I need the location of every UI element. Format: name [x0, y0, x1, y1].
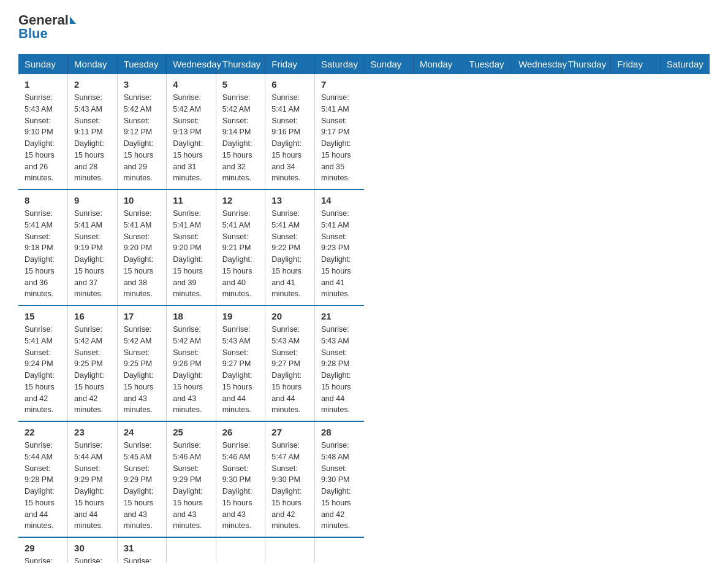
day-info: Sunrise: 5:43 AMSunset: 9:27 PMDaylight:… [222, 324, 259, 416]
calendar-day-cell: 6Sunrise: 5:41 AMSunset: 9:16 PMDaylight… [265, 74, 315, 190]
day-info: Sunrise: 5:49 AMSunset: 9:30 PMDaylight:… [25, 556, 61, 563]
day-info: Sunrise: 5:41 AMSunset: 9:21 PMDaylight:… [222, 208, 259, 300]
calendar-day-cell: 10Sunrise: 5:41 AMSunset: 9:20 PMDayligh… [117, 190, 167, 305]
day-info: Sunrise: 5:44 AMSunset: 9:28 PMDaylight:… [25, 440, 61, 532]
calendar-table: SundayMondayTuesdayWednesdayThursdayFrid… [18, 54, 710, 563]
calendar-day-cell: 31Sunrise: 5:50 AMSunset: 9:31 PMDayligh… [117, 537, 167, 563]
calendar-day-cell: 23Sunrise: 5:44 AMSunset: 9:29 PMDayligh… [68, 421, 118, 537]
day-number: 9 [74, 195, 111, 205]
day-info: Sunrise: 5:46 AMSunset: 9:30 PMDaylight:… [222, 440, 259, 532]
calendar-day-cell: 1Sunrise: 5:43 AMSunset: 9:10 PMDaylight… [18, 74, 68, 190]
calendar-day-header: Thursday [561, 54, 611, 74]
calendar-day-header: Sunday [364, 54, 414, 74]
day-info: Sunrise: 5:47 AMSunset: 9:30 PMDaylight:… [271, 440, 308, 532]
calendar-day-cell: 3Sunrise: 5:42 AMSunset: 9:12 PMDaylight… [117, 74, 167, 190]
calendar-week-row: 15Sunrise: 5:41 AMSunset: 9:24 PMDayligh… [18, 305, 710, 421]
calendar-day-header: Sunday [18, 54, 68, 74]
calendar-day-cell: 17Sunrise: 5:42 AMSunset: 9:25 PMDayligh… [117, 305, 167, 421]
calendar-week-row: 22Sunrise: 5:44 AMSunset: 9:28 PMDayligh… [18, 421, 710, 537]
day-number: 5 [222, 79, 259, 90]
calendar-day-cell [216, 537, 265, 563]
day-info: Sunrise: 5:43 AMSunset: 9:27 PMDaylight:… [271, 324, 308, 416]
calendar-day-header: Monday [414, 54, 463, 74]
day-number: 21 [321, 311, 358, 321]
day-number: 2 [74, 79, 111, 90]
day-number: 29 [25, 543, 61, 553]
calendar-day-header: Saturday [660, 54, 710, 74]
day-info: Sunrise: 5:43 AMSunset: 9:11 PMDaylight:… [74, 92, 111, 184]
day-info: Sunrise: 5:49 AMSunset: 9:30 PMDaylight:… [74, 556, 111, 563]
calendar-week-row: 8Sunrise: 5:41 AMSunset: 9:18 PMDaylight… [18, 190, 710, 305]
calendar-day-cell: 19Sunrise: 5:43 AMSunset: 9:27 PMDayligh… [216, 305, 265, 421]
day-info: Sunrise: 5:41 AMSunset: 9:20 PMDaylight:… [173, 208, 210, 300]
day-number: 22 [25, 427, 61, 437]
calendar-day-cell: 21Sunrise: 5:43 AMSunset: 9:28 PMDayligh… [314, 305, 364, 421]
calendar-day-cell: 18Sunrise: 5:42 AMSunset: 9:26 PMDayligh… [167, 305, 216, 421]
logo: General Blue [18, 12, 76, 42]
calendar-day-cell: 2Sunrise: 5:43 AMSunset: 9:11 PMDaylight… [68, 74, 118, 190]
day-number: 4 [173, 79, 210, 90]
day-number: 7 [321, 79, 358, 90]
day-number: 26 [222, 427, 259, 437]
calendar-day-header: Tuesday [117, 54, 167, 74]
day-info: Sunrise: 5:42 AMSunset: 9:12 PMDaylight:… [124, 92, 161, 184]
calendar-day-cell: 16Sunrise: 5:42 AMSunset: 9:25 PMDayligh… [68, 305, 118, 421]
day-number: 20 [271, 311, 308, 321]
calendar-day-header: Friday [265, 54, 315, 74]
day-number: 18 [173, 311, 210, 321]
day-info: Sunrise: 5:42 AMSunset: 9:14 PMDaylight:… [222, 92, 259, 184]
day-info: Sunrise: 5:41 AMSunset: 9:16 PMDaylight:… [271, 92, 308, 184]
calendar-day-header: Thursday [216, 54, 265, 74]
page-header: General Blue [18, 12, 710, 42]
day-number: 25 [173, 427, 210, 437]
logo-triangle-icon [70, 17, 76, 24]
day-info: Sunrise: 5:42 AMSunset: 9:26 PMDaylight:… [173, 324, 210, 416]
day-info: Sunrise: 5:41 AMSunset: 9:17 PMDaylight:… [321, 92, 358, 184]
calendar-day-cell: 20Sunrise: 5:43 AMSunset: 9:27 PMDayligh… [265, 305, 315, 421]
day-number: 3 [124, 79, 161, 90]
day-number: 23 [74, 427, 111, 437]
calendar-day-cell [314, 537, 364, 563]
day-number: 14 [321, 195, 358, 205]
day-number: 17 [124, 311, 161, 321]
day-number: 6 [271, 79, 308, 90]
calendar-day-header: Tuesday [463, 54, 512, 74]
calendar-day-cell: 4Sunrise: 5:42 AMSunset: 9:13 PMDaylight… [167, 74, 216, 190]
calendar-day-header: Monday [68, 54, 118, 74]
calendar-day-cell: 11Sunrise: 5:41 AMSunset: 9:20 PMDayligh… [167, 190, 216, 305]
calendar-day-cell: 5Sunrise: 5:42 AMSunset: 9:14 PMDaylight… [216, 74, 265, 190]
day-number: 8 [25, 195, 61, 205]
calendar-day-cell: 15Sunrise: 5:41 AMSunset: 9:24 PMDayligh… [18, 305, 68, 421]
day-info: Sunrise: 5:48 AMSunset: 9:30 PMDaylight:… [321, 440, 358, 532]
day-number: 1 [25, 79, 61, 90]
day-info: Sunrise: 5:41 AMSunset: 9:18 PMDaylight:… [25, 208, 61, 300]
calendar-day-cell: 8Sunrise: 5:41 AMSunset: 9:18 PMDaylight… [18, 190, 68, 305]
calendar-day-cell: 30Sunrise: 5:49 AMSunset: 9:30 PMDayligh… [68, 537, 118, 563]
day-number: 15 [25, 311, 61, 321]
calendar-week-row: 1Sunrise: 5:43 AMSunset: 9:10 PMDaylight… [18, 74, 710, 190]
day-number: 10 [124, 195, 161, 205]
calendar-day-header: Saturday [314, 54, 364, 74]
calendar-header-row: SundayMondayTuesdayWednesdayThursdayFrid… [18, 54, 710, 74]
calendar-day-cell: 24Sunrise: 5:45 AMSunset: 9:29 PMDayligh… [117, 421, 167, 537]
day-info: Sunrise: 5:41 AMSunset: 9:20 PMDaylight:… [124, 208, 161, 300]
calendar-day-header: Friday [611, 54, 661, 74]
day-info: Sunrise: 5:42 AMSunset: 9:13 PMDaylight:… [173, 92, 210, 184]
day-info: Sunrise: 5:43 AMSunset: 9:10 PMDaylight:… [25, 92, 61, 184]
day-info: Sunrise: 5:41 AMSunset: 9:22 PMDaylight:… [271, 208, 308, 300]
calendar-day-cell: 22Sunrise: 5:44 AMSunset: 9:28 PMDayligh… [18, 421, 68, 537]
calendar-day-cell: 14Sunrise: 5:41 AMSunset: 9:23 PMDayligh… [314, 190, 364, 305]
day-info: Sunrise: 5:41 AMSunset: 9:23 PMDaylight:… [321, 208, 358, 300]
day-number: 12 [222, 195, 259, 205]
calendar-week-row: 29Sunrise: 5:49 AMSunset: 9:30 PMDayligh… [18, 537, 710, 563]
calendar-day-cell: 28Sunrise: 5:48 AMSunset: 9:30 PMDayligh… [314, 421, 364, 537]
day-number: 11 [173, 195, 210, 205]
calendar-day-cell [265, 537, 315, 563]
calendar-day-cell [167, 537, 216, 563]
day-number: 31 [124, 543, 161, 553]
calendar-day-cell: 26Sunrise: 5:46 AMSunset: 9:30 PMDayligh… [216, 421, 265, 537]
calendar-day-cell: 9Sunrise: 5:41 AMSunset: 9:19 PMDaylight… [68, 190, 118, 305]
day-info: Sunrise: 5:42 AMSunset: 9:25 PMDaylight:… [124, 324, 161, 416]
day-info: Sunrise: 5:45 AMSunset: 9:29 PMDaylight:… [124, 440, 161, 532]
day-info: Sunrise: 5:41 AMSunset: 9:24 PMDaylight:… [25, 324, 61, 416]
